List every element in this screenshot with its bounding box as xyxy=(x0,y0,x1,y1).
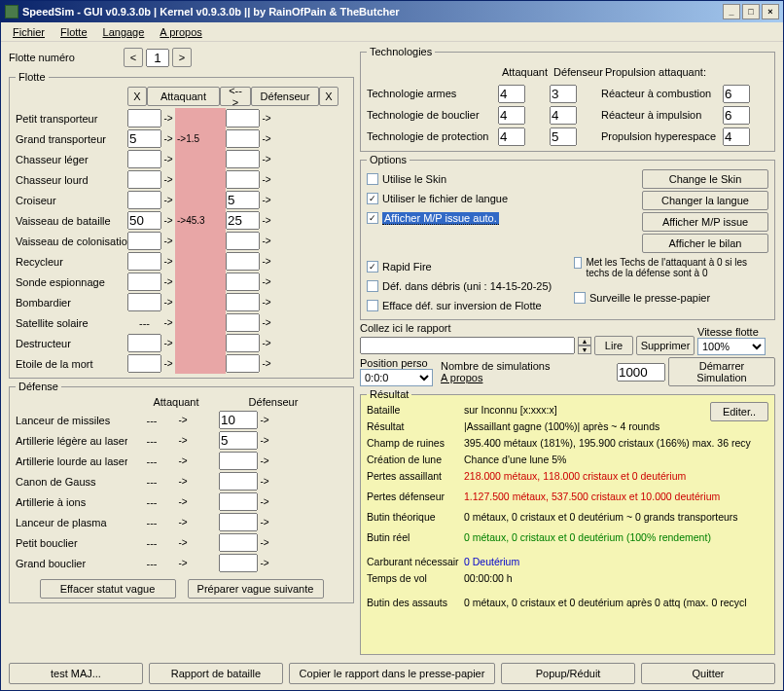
menu-lang[interactable]: Langage xyxy=(95,24,153,40)
tech-armor-att[interactable] xyxy=(498,127,525,146)
tech-shield-att[interactable] xyxy=(498,106,525,125)
res-fuel-v: 0 Deutérium xyxy=(464,556,768,572)
def-name-4: Artillerie à ions xyxy=(16,496,127,508)
def-input-0[interactable] xyxy=(219,411,258,429)
report-input[interactable] xyxy=(360,337,575,354)
fleet-att-input-1[interactable] xyxy=(127,129,161,148)
edit-button[interactable]: Editer.. xyxy=(710,402,768,421)
opt-erase-checkbox[interactable] xyxy=(367,300,378,311)
position-select[interactable]: 0:0:0 xyxy=(360,369,433,386)
fleet-att-input-7[interactable] xyxy=(127,252,161,271)
fleet-att-input-5[interactable] xyxy=(127,211,161,230)
maximize-button[interactable]: □ xyxy=(742,4,760,19)
fleet-att-input-12[interactable] xyxy=(127,354,161,373)
menu-file[interactable]: Fichier xyxy=(5,24,53,40)
opt-rapid-checkbox[interactable] xyxy=(367,261,378,273)
change-lang-button[interactable]: Changer la langue xyxy=(642,191,768,210)
start-sim-button[interactable]: Démarrer Simulation xyxy=(668,357,775,386)
fleet-def-input-6[interactable] xyxy=(226,232,260,250)
show-mp-button[interactable]: Afficher M/P issue xyxy=(642,212,768,232)
fleet-arr1-3: -> xyxy=(161,174,175,185)
clear-wave-button[interactable]: Effacer statut vague xyxy=(40,579,176,599)
tech-armor-def[interactable] xyxy=(550,127,577,146)
fleet-def-input-2[interactable] xyxy=(226,150,260,168)
sim-count-input[interactable] xyxy=(617,363,665,382)
fleet-def-input-3[interactable] xyxy=(226,170,260,189)
tech-weapons-def[interactable] xyxy=(550,85,577,103)
prop-comb-input[interactable] xyxy=(723,85,750,103)
copy-report-button[interactable]: Copier le rapport dans le presse-papier xyxy=(289,663,495,684)
close-button[interactable]: × xyxy=(762,4,779,19)
res-lootT-k: Butin théorique xyxy=(367,511,464,527)
swap-button[interactable]: <--> xyxy=(220,87,251,106)
opt-clip-checkbox[interactable] xyxy=(574,292,586,304)
opt-techzero-checkbox[interactable] xyxy=(574,257,582,269)
fleet-next-button[interactable]: > xyxy=(172,48,192,67)
fleet-def-input-0[interactable] xyxy=(226,109,260,127)
spinner-down[interactable]: ▼ xyxy=(578,346,591,354)
fleet-def-input-9[interactable] xyxy=(226,293,260,311)
tech-shield-def[interactable] xyxy=(550,106,577,125)
prop-hyp-input[interactable] xyxy=(723,127,750,146)
fleet-att-input-8[interactable] xyxy=(127,273,161,291)
change-skin-button[interactable]: Change le Skin xyxy=(642,169,768,189)
popup-button[interactable]: Popup/Réduit xyxy=(501,663,635,684)
def-input-6[interactable] xyxy=(219,533,258,552)
attacker-header-button[interactable]: Attaquant xyxy=(147,87,220,106)
fleet-att-input-4[interactable] xyxy=(127,191,161,209)
def-arr1-2: -> xyxy=(176,455,190,466)
battle-report-button[interactable]: Rapport de bataille xyxy=(149,663,283,684)
spinner-up[interactable]: ▲ xyxy=(578,337,591,346)
res-debris-k: Champ de ruines xyxy=(367,437,464,454)
fleet-def-input-10[interactable] xyxy=(226,313,260,332)
test-maj-button[interactable]: test MAJ... xyxy=(9,663,143,684)
fleet-def-input-11[interactable] xyxy=(226,334,260,352)
show-bilan-button[interactable]: Afficher le bilan xyxy=(642,234,768,253)
def-arr2-5: -> xyxy=(258,517,271,527)
def-input-1[interactable] xyxy=(219,431,258,450)
fleet-att-input-3[interactable] xyxy=(127,170,161,189)
def-input-3[interactable] xyxy=(219,472,258,491)
fleet-prev-button[interactable]: < xyxy=(124,48,143,67)
menu-about[interactable]: A propos xyxy=(152,24,209,40)
opt-mp-checkbox[interactable] xyxy=(367,212,378,224)
prop-imp-input[interactable] xyxy=(723,106,750,125)
def-input-2[interactable] xyxy=(219,452,258,470)
prepare-wave-button[interactable]: Préparer vague suivante xyxy=(188,579,324,599)
fleet-att-input-2[interactable] xyxy=(127,150,161,168)
paste-report-label: Collez ici le rapport xyxy=(360,322,695,334)
position-label: Position perso xyxy=(360,357,438,369)
fleet-def-input-5[interactable] xyxy=(226,211,260,230)
opt-skin-checkbox[interactable] xyxy=(367,173,378,185)
res-result-v: |Assaillant gagne (100%)| après ~ 4 roun… xyxy=(464,420,768,437)
menu-fleet[interactable]: Flotte xyxy=(53,24,95,40)
fleet-def-input-12[interactable] xyxy=(226,354,260,373)
fleet-att-input-0[interactable] xyxy=(127,109,161,127)
tech-weapons-att[interactable] xyxy=(498,85,525,103)
fleet-def-input-7[interactable] xyxy=(226,252,260,271)
fleet-arr2-7: -> xyxy=(260,256,273,267)
fleet-def-input-8[interactable] xyxy=(226,273,260,291)
defender-header-button[interactable]: Défenseur xyxy=(251,87,319,106)
quit-button[interactable]: Quitter xyxy=(641,663,775,684)
def-input-4[interactable] xyxy=(219,492,258,511)
apropos-link[interactable]: A propos xyxy=(441,372,614,383)
fleet-fieldset: Flotte X Attaquant <--> Défenseur X Peti… xyxy=(9,71,354,379)
delete-button[interactable]: Supprimer xyxy=(636,336,695,355)
fleet-number-input[interactable] xyxy=(146,49,169,67)
fleet-def-input-1[interactable] xyxy=(226,129,260,148)
opt-lang-checkbox[interactable] xyxy=(367,193,378,204)
def-input-5[interactable] xyxy=(219,513,258,531)
tech-fieldset: Technologies Attaquant Défenseur Propuls… xyxy=(360,46,775,152)
minimize-button[interactable]: _ xyxy=(723,4,740,19)
fleet-att-input-9[interactable] xyxy=(127,293,161,311)
clear-attacker-button[interactable]: X xyxy=(127,87,147,106)
def-input-7[interactable] xyxy=(219,554,258,572)
fleet-def-input-4[interactable] xyxy=(226,191,260,209)
opt-debris-checkbox[interactable] xyxy=(367,280,378,292)
fleet-att-input-11[interactable] xyxy=(127,334,161,352)
clear-defender-button[interactable]: X xyxy=(319,87,339,106)
fleet-speed-select[interactable]: 100% xyxy=(697,338,766,355)
read-button[interactable]: Lire xyxy=(594,336,633,355)
fleet-att-input-6[interactable] xyxy=(127,232,161,250)
